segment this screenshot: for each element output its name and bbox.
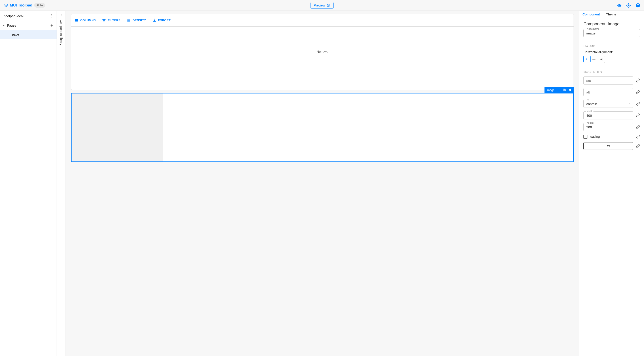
bind-width-icon[interactable]: [636, 113, 640, 118]
svg-rect-16: [75, 19, 76, 22]
help-icon[interactable]: [636, 3, 640, 8]
image-component[interactable]: [71, 93, 574, 162]
bind-fit-icon[interactable]: [636, 102, 640, 106]
bind-alt-icon[interactable]: [636, 90, 640, 94]
drag-handle-icon[interactable]: [557, 88, 560, 92]
density-button[interactable]: DENSITY: [127, 18, 146, 22]
svg-line-4: [627, 4, 627, 4]
logo-icon: [4, 3, 8, 8]
loading-label: loading: [590, 135, 600, 138]
more-vertical-icon[interactable]: [50, 14, 54, 18]
svg-line-0: [328, 4, 330, 6]
fit-field[interactable]: fit contain: [584, 100, 633, 108]
sidebar-group-pages[interactable]: Pages: [0, 21, 56, 30]
src-field[interactable]: [584, 76, 633, 84]
image-placeholder: [72, 94, 163, 162]
height-input[interactable]: [586, 125, 630, 129]
align-right-button[interactable]: [598, 56, 605, 62]
datagrid-footer: [71, 81, 574, 90]
delete-icon[interactable]: [568, 88, 572, 92]
layout-section-label: LAYOUT:: [584, 44, 640, 48]
svg-point-13: [51, 17, 52, 18]
datagrid-component[interactable]: COLUMNS FILTERS DENSITY EXPORT: [71, 14, 574, 90]
align-right-icon: [599, 57, 603, 61]
app-title: MUI Toolpad: [10, 3, 32, 8]
component-library-label: Component library: [60, 20, 63, 45]
tab-theme[interactable]: Theme: [603, 11, 620, 18]
bind-sx-icon[interactable]: [636, 144, 640, 148]
svg-point-28: [559, 90, 559, 90]
datagrid-scrollbar[interactable]: [71, 77, 574, 81]
density-icon: [127, 18, 131, 22]
tab-component[interactable]: Component: [580, 11, 603, 18]
datagrid-toolbar: COLUMNS FILTERS DENSITY EXPORT: [71, 14, 574, 26]
canvas: COLUMNS FILTERS DENSITY EXPORT: [66, 11, 579, 356]
h-align-label: Horizontal alignment:: [584, 50, 640, 54]
svg-point-27: [558, 90, 558, 90]
preview-button[interactable]: Preview: [310, 2, 334, 9]
svg-point-11: [51, 14, 52, 15]
selection-label: image: [547, 88, 554, 92]
bind-height-icon[interactable]: [636, 125, 640, 129]
svg-rect-18: [77, 19, 78, 22]
loading-checkbox[interactable]: [584, 134, 588, 139]
properties-section-label: PROPERTIES:: [584, 71, 640, 74]
width-input[interactable]: [586, 114, 630, 118]
cloud-done-icon[interactable]: [617, 3, 622, 8]
columns-button[interactable]: COLUMNS: [74, 18, 96, 22]
bind-src-icon[interactable]: [636, 78, 640, 82]
align-center-icon: [592, 57, 596, 61]
open-external-icon: [327, 4, 330, 7]
sx-button[interactable]: sx: [584, 142, 633, 150]
add-page-icon[interactable]: [50, 24, 54, 27]
svg-point-26: [559, 89, 559, 89]
svg-point-25: [558, 89, 558, 89]
sidebar: toolpad-local Pages page: [0, 11, 57, 356]
alt-input[interactable]: [586, 90, 630, 94]
src-input[interactable]: [586, 79, 630, 82]
alpha-badge: Alpha: [34, 3, 46, 8]
svg-rect-17: [76, 19, 77, 22]
svg-line-9: [630, 4, 630, 4]
datagrid-empty: No rows: [71, 26, 574, 77]
app-header: MUI Toolpad Alpha Preview: [0, 0, 644, 11]
filters-button[interactable]: FILTERS: [102, 18, 120, 22]
chevron-right-icon: [59, 13, 63, 17]
sidebar-item-page[interactable]: page: [0, 30, 56, 39]
component-library-rail[interactable]: Component library: [57, 11, 66, 356]
export-button[interactable]: EXPORT: [152, 18, 170, 22]
alt-field[interactable]: [584, 88, 633, 96]
h-align-group: [584, 56, 605, 63]
svg-point-1: [628, 4, 629, 6]
align-left-button[interactable]: [584, 56, 590, 62]
width-field[interactable]: width: [584, 111, 633, 120]
svg-point-12: [51, 16, 52, 16]
height-field[interactable]: height: [584, 123, 633, 131]
duplicate-icon[interactable]: [562, 88, 566, 92]
align-left-icon: [585, 57, 589, 61]
svg-line-8: [627, 6, 627, 7]
align-center-button[interactable]: [590, 56, 598, 62]
svg-point-29: [558, 90, 558, 91]
node-name-input[interactable]: [586, 31, 637, 35]
filter-icon: [102, 18, 106, 22]
inspector-panel: Component Theme Component: Image Node na…: [579, 11, 644, 356]
inspector-title: Component: Image: [584, 22, 640, 26]
svg-line-5: [630, 6, 630, 7]
bind-loading-icon[interactable]: [636, 134, 640, 139]
svg-point-30: [559, 90, 559, 91]
fit-select[interactable]: contain: [586, 102, 630, 106]
node-name-field[interactable]: Node name: [584, 29, 640, 37]
theme-toggle-icon[interactable]: [626, 3, 631, 8]
current-app-name: toolpad-local: [4, 14, 50, 18]
download-icon: [152, 18, 156, 22]
columns-icon: [74, 18, 78, 22]
selection-toolbar: image: [544, 87, 574, 93]
chevron-down-icon: [2, 24, 5, 27]
